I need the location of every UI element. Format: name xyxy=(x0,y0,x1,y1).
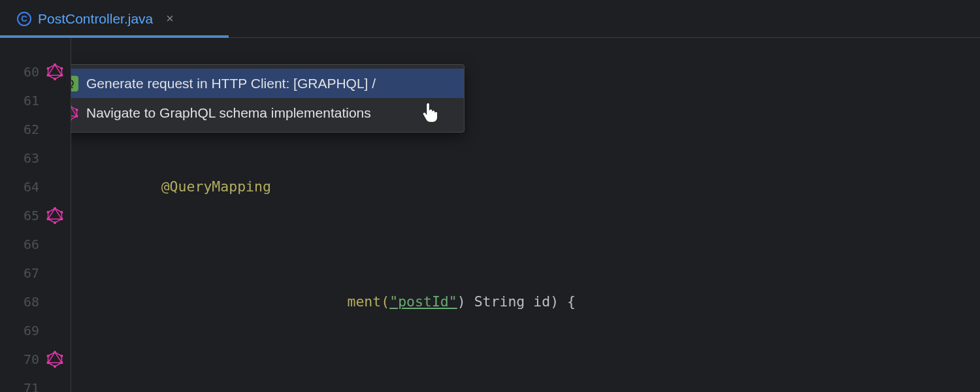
line-number: 69 xyxy=(0,316,39,345)
gutter-slot xyxy=(39,86,71,115)
intention-popup: QGenerate request in HTTP Client: [GRAPH… xyxy=(71,64,465,133)
svg-marker-17 xyxy=(48,352,62,363)
svg-point-13 xyxy=(54,221,56,224)
line-gutter: 606162636465666768697071 xyxy=(0,38,39,392)
gutter-slot xyxy=(39,144,71,172)
svg-point-27 xyxy=(76,108,78,111)
gutter-slot xyxy=(39,345,71,374)
svg-point-4 xyxy=(60,74,63,76)
intention-action[interactable]: QGenerate request in HTTP Client: [GRAPH… xyxy=(71,69,464,98)
svg-marker-9 xyxy=(48,208,62,219)
svg-point-14 xyxy=(47,218,50,220)
intention-action[interactable]: Navigate to GraphQL schema implementatio… xyxy=(71,98,464,127)
svg-marker-1 xyxy=(48,65,62,75)
code-line[interactable]: public Post post(@Argument("postId") Str… xyxy=(71,259,980,287)
svg-point-11 xyxy=(60,211,63,214)
svg-point-15 xyxy=(47,211,50,214)
svg-point-23 xyxy=(47,355,50,357)
graphql-icon[interactable] xyxy=(46,351,63,368)
graphql-icon[interactable] xyxy=(71,105,78,122)
line-number: 70 xyxy=(0,345,39,374)
svg-point-5 xyxy=(54,78,56,80)
svg-point-2 xyxy=(54,63,56,66)
line-number: 60 xyxy=(0,57,39,86)
line-number: 65 xyxy=(0,201,39,230)
svg-point-10 xyxy=(54,207,56,210)
code-area[interactable]: @QueryMapping public Post post(@Argument… xyxy=(71,38,980,392)
annotation-part: ment( xyxy=(347,293,389,310)
line-number: 71 xyxy=(0,374,39,392)
svg-point-12 xyxy=(60,218,63,220)
annotation: @QueryMapping xyxy=(161,178,271,195)
graphql-icon[interactable] xyxy=(46,63,63,80)
http-request-icon: Q xyxy=(71,76,78,91)
tab-title: PostController.java xyxy=(38,11,153,27)
line-number: 67 xyxy=(0,259,39,287)
intention-label: Navigate to GraphQL schema implementatio… xyxy=(86,103,371,122)
line-number: 62 xyxy=(0,115,39,144)
java-class-icon: C xyxy=(17,12,31,26)
line-number: 68 xyxy=(0,287,39,316)
gutter-slot xyxy=(39,115,71,144)
svg-point-19 xyxy=(60,355,63,357)
gutter-slot xyxy=(39,287,71,316)
close-icon[interactable]: × xyxy=(166,11,174,26)
line-number: 61 xyxy=(0,86,39,115)
graphql-icon xyxy=(71,105,78,121)
tab-bar: C PostController.java × xyxy=(0,0,980,38)
gutter-slot xyxy=(39,259,71,287)
code-line[interactable]: @QueryMapping xyxy=(71,144,980,172)
svg-point-7 xyxy=(47,67,50,70)
line-number: 63 xyxy=(0,144,39,172)
file-tab[interactable]: C PostController.java × xyxy=(9,0,182,37)
editor: 606162636465666768697071 @Que xyxy=(0,38,980,392)
gutter-slot xyxy=(39,172,71,201)
gutter-slot xyxy=(39,230,71,259)
line-number: 66 xyxy=(0,230,39,259)
intention-label: Generate request in HTTP Client: [GRAPHQ… xyxy=(86,74,376,93)
gutter-slot xyxy=(39,201,71,230)
line-number: 64 xyxy=(0,172,39,201)
svg-point-28 xyxy=(76,115,78,118)
gutter-slot xyxy=(39,374,71,392)
code-line[interactable]: return postService.getPostById(id); xyxy=(71,374,980,392)
string-literal: "postId" xyxy=(389,293,457,310)
gutter-slot xyxy=(39,316,71,345)
gutter-icon-column xyxy=(39,38,71,392)
svg-point-21 xyxy=(54,365,56,368)
svg-point-18 xyxy=(54,351,56,353)
code-text: ) String id) { xyxy=(457,293,576,310)
svg-point-6 xyxy=(47,74,50,76)
gutter-slot xyxy=(39,57,71,86)
svg-point-20 xyxy=(60,361,63,364)
graphql-icon[interactable] xyxy=(46,207,63,224)
svg-point-22 xyxy=(47,361,50,364)
svg-point-3 xyxy=(60,67,63,70)
